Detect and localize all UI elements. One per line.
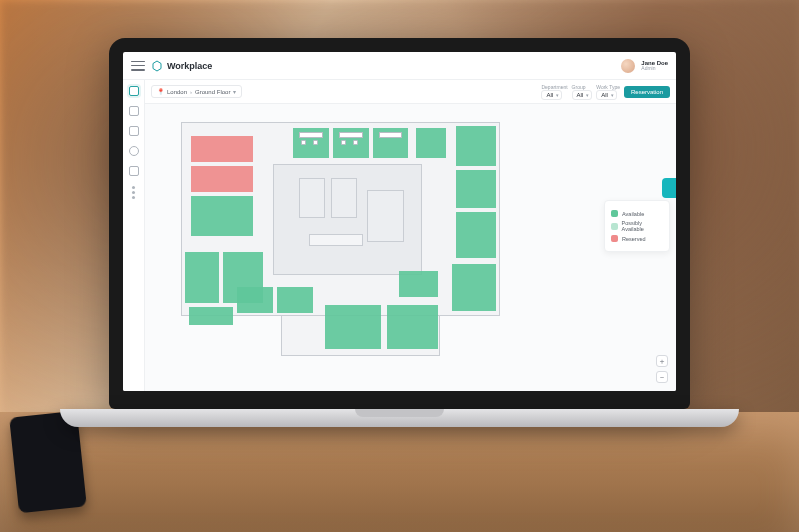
- breadcrumb[interactable]: 📍 London › Ground Floor ▾: [151, 85, 242, 98]
- app-screen: Workplace Jane Doe Admin: [123, 52, 676, 391]
- filter-worktype[interactable]: Work Type All: [596, 84, 620, 100]
- filter-bar: 📍 London › Ground Floor ▾ Department All: [145, 80, 676, 104]
- pin-icon: 📍: [157, 88, 164, 95]
- zone-available[interactable]: [325, 305, 381, 349]
- chevron-down-icon: ▾: [233, 88, 236, 95]
- zone-available[interactable]: [191, 196, 253, 236]
- swatch-reserved: [611, 235, 618, 242]
- sidebar-item-list[interactable]: [129, 126, 139, 136]
- user-role: Admin: [641, 66, 668, 71]
- zone-available[interactable]: [185, 252, 219, 303]
- legend-item-reserved: Reserved: [611, 235, 663, 242]
- reservation-button[interactable]: Reservation: [624, 86, 670, 98]
- zone-reserved[interactable]: [191, 136, 253, 162]
- swatch-possibly: [611, 223, 618, 230]
- zone-available[interactable]: [399, 271, 438, 297]
- laptop-mockup: Workplace Jane Doe Admin: [109, 38, 690, 427]
- main-area: 📍 London › Ground Floor ▾ Department All: [145, 80, 676, 391]
- filter-group[interactable]: Group All: [572, 84, 593, 100]
- sidebar-item-people[interactable]: [129, 146, 139, 156]
- zone-available[interactable]: [387, 305, 438, 349]
- legend-item-possibly: Possibly Available: [611, 220, 663, 232]
- zone-available[interactable]: [277, 287, 313, 313]
- brand-name: Workplace: [167, 61, 212, 71]
- zone-available[interactable]: [452, 264, 496, 311]
- legend-panel: Available Possibly Available Reserved: [604, 200, 670, 252]
- legend-item-available: Available: [611, 210, 663, 217]
- zone-available[interactable]: [456, 212, 496, 258]
- zone-available[interactable]: [456, 170, 496, 208]
- filter-department[interactable]: Department All: [541, 84, 567, 100]
- floorplan[interactable]: [181, 122, 500, 356]
- chevron-right-icon: ›: [190, 89, 192, 95]
- sidebar-item-screen[interactable]: [129, 166, 139, 176]
- brand-logo-icon: [151, 60, 163, 72]
- sidebar-item-floorplan[interactable]: [129, 86, 139, 96]
- zone-available[interactable]: [189, 307, 233, 325]
- breadcrumb-location: London: [167, 89, 187, 95]
- zone-available[interactable]: [237, 287, 273, 313]
- legend-toggle[interactable]: [662, 178, 676, 198]
- avatar[interactable]: [621, 59, 635, 73]
- breadcrumb-floor: Ground Floor: [195, 89, 230, 95]
- swatch-available: [611, 210, 618, 217]
- zoom-in-button[interactable]: ＋: [656, 355, 668, 367]
- sidebar-item-more[interactable]: [132, 186, 135, 199]
- sidebar-item-calendar[interactable]: [129, 106, 139, 116]
- topbar: Workplace Jane Doe Admin: [123, 52, 676, 80]
- hamburger-menu-icon[interactable]: [131, 59, 145, 73]
- zone-reserved[interactable]: [191, 166, 253, 192]
- sidebar: [123, 80, 145, 391]
- zone-available[interactable]: [456, 126, 496, 166]
- zone-available[interactable]: [416, 128, 446, 158]
- zoom-out-button[interactable]: －: [656, 371, 668, 383]
